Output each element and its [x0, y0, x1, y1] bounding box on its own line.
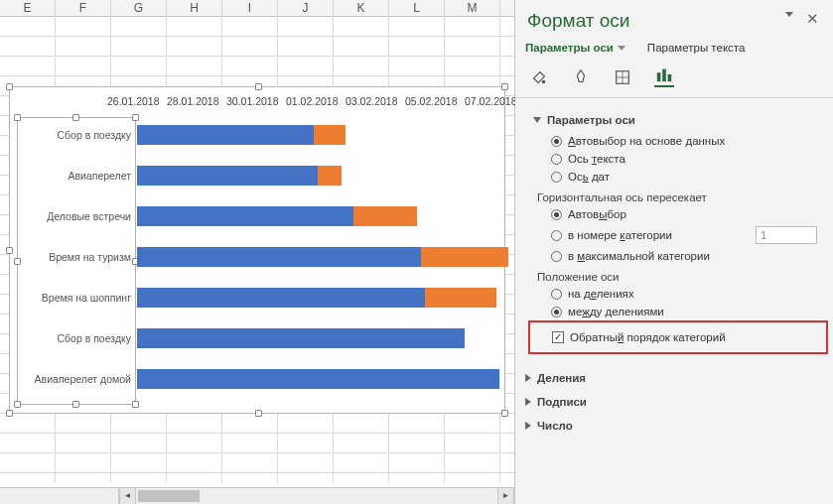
category-label: Авиаперелет домой: [22, 374, 131, 386]
scroll-right-button[interactable]: ►: [497, 488, 514, 504]
section-header-number[interactable]: Число: [525, 414, 823, 438]
bar-segment-orange[interactable]: [318, 166, 342, 186]
radio-crosses-at-category[interactable]: в номере категории: [533, 223, 823, 247]
scroll-left-button[interactable]: ◄: [119, 488, 136, 504]
tab-text-options[interactable]: Параметры текста: [647, 42, 745, 54]
col-header[interactable]: F: [56, 0, 111, 16]
col-header[interactable]: E: [0, 0, 56, 16]
radio-crosses-at-max[interactable]: в максимальной категории: [533, 247, 823, 265]
category-label: Сбор в поездку: [22, 333, 131, 345]
svg-point-0: [542, 80, 546, 84]
bar-segment-blue[interactable]: [137, 247, 421, 267]
col-header[interactable]: I: [222, 0, 278, 16]
axis-tick-label: 05.02.2018: [405, 95, 458, 107]
radio-position-between[interactable]: между делениями: [533, 303, 823, 320]
position-label: Положение оси: [533, 265, 823, 285]
radio-label: на делениях: [568, 288, 634, 300]
bar-row: [137, 288, 496, 308]
bar-segment-orange[interactable]: [425, 288, 496, 308]
chevron-right-icon: [525, 422, 531, 430]
radio-icon: [551, 251, 562, 262]
section-header-ticks[interactable]: Деления: [525, 366, 823, 390]
horizontal-scrollbar[interactable]: ◄ ►: [0, 487, 514, 504]
checkbox-icon: ✓: [552, 331, 564, 343]
chevron-right-icon: [525, 374, 531, 382]
bar-segment-blue[interactable]: [137, 206, 353, 226]
radio-icon: [551, 172, 562, 183]
radio-icon: [551, 136, 562, 147]
fill-icon[interactable]: [529, 67, 549, 87]
axis-options-section: Параметры оси Автовыбор на основе данных…: [525, 106, 823, 366]
scroll-track[interactable]: [136, 488, 497, 504]
resize-handle[interactable]: [501, 83, 508, 90]
radio-icon: [551, 307, 562, 317]
format-axis-pane: ✕ Формат оси Параметры оси Параметры тек…: [515, 0, 833, 504]
radio-position-on-ticks[interactable]: на делениях: [533, 285, 823, 303]
radio-label: Ось текста: [568, 153, 625, 165]
checkbox-reverse-order[interactable]: ✓ Обратный порядок категорий: [552, 328, 804, 346]
svg-rect-4: [662, 69, 666, 82]
bar-segment-orange[interactable]: [314, 125, 346, 145]
category-label: Деловые встречи: [22, 211, 131, 223]
size-icon[interactable]: [613, 67, 632, 87]
checkbox-label: Обратный порядок категорий: [570, 331, 726, 343]
bar-row: [137, 166, 342, 186]
resize-handle[interactable]: [255, 410, 262, 417]
svg-marker-1: [577, 70, 584, 82]
axis-tick-label: 26.01.2018: [107, 95, 160, 107]
bar-segment-orange[interactable]: [421, 247, 508, 267]
category-label: Время на шоппинг: [22, 293, 131, 305]
bar-segment-blue[interactable]: [137, 166, 318, 186]
bar-segment-blue[interactable]: [137, 328, 465, 348]
radio-axis-type-date[interactable]: Ось дат: [533, 168, 823, 186]
radio-icon: [551, 289, 562, 300]
axis-tick-label: 01.02.2018: [286, 95, 339, 107]
column-headers: E F G H I J K L M: [0, 0, 514, 17]
col-header[interactable]: M: [445, 0, 500, 16]
bar-row: [137, 369, 499, 389]
resize-handle[interactable]: [6, 83, 13, 90]
radio-crosses-auto[interactable]: Автовыбор: [533, 205, 823, 223]
resize-handle[interactable]: [14, 401, 21, 408]
scroll-thumb[interactable]: [138, 490, 200, 502]
resize-handle[interactable]: [72, 401, 79, 408]
spreadsheet-pane: E F G H I J K L M 26.01.2018 28.01.2018 …: [0, 0, 515, 504]
section-title: Деления: [537, 372, 586, 384]
section-title: Число: [537, 420, 573, 432]
pane-tabs: Параметры оси Параметры текста: [525, 42, 823, 54]
col-header[interactable]: G: [111, 0, 167, 16]
radio-label: Ось дат: [568, 171, 610, 183]
bar-segment-orange[interactable]: [353, 206, 417, 226]
resize-handle[interactable]: [6, 247, 13, 254]
bar-segment-blue[interactable]: [137, 288, 425, 308]
resize-handle[interactable]: [14, 114, 21, 121]
bar-row: [137, 206, 417, 226]
bar-row: [137, 328, 465, 348]
axis-options-icon[interactable]: [654, 67, 674, 87]
section-header-axis-options[interactable]: Параметры оси: [533, 108, 823, 132]
effects-icon[interactable]: [571, 67, 591, 87]
col-header[interactable]: K: [334, 0, 389, 16]
category-axis[interactable]: Сбор в поездку Авиаперелет Деловые встре…: [17, 117, 136, 405]
resize-handle[interactable]: [255, 83, 262, 90]
col-header[interactable]: H: [167, 0, 222, 16]
tab-axis-options[interactable]: Параметры оси: [525, 42, 625, 54]
category-number-input[interactable]: [756, 226, 817, 244]
resize-handle[interactable]: [6, 410, 13, 417]
close-icon[interactable]: ✕: [806, 10, 819, 28]
bar-segment-blue[interactable]: [137, 125, 314, 145]
resize-handle[interactable]: [72, 114, 79, 121]
cell-grid[interactable]: 26.01.2018 28.01.2018 30.01.2018 01.02.2…: [0, 17, 514, 483]
bar-segment-blue[interactable]: [137, 369, 499, 389]
resize-handle[interactable]: [14, 258, 21, 265]
gantt-chart[interactable]: 26.01.2018 28.01.2018 30.01.2018 01.02.2…: [9, 86, 505, 414]
col-header[interactable]: L: [389, 0, 445, 16]
col-header[interactable]: J: [278, 0, 334, 16]
pane-options-dropdown-icon[interactable]: [785, 12, 793, 17]
radio-axis-type-auto[interactable]: Автовыбор на основе данных: [533, 132, 823, 150]
resize-handle[interactable]: [501, 410, 508, 417]
section-header-labels[interactable]: Подписи: [525, 390, 823, 414]
radio-axis-type-text[interactable]: Ось текста: [533, 150, 823, 168]
chevron-down-icon: [533, 117, 541, 123]
axis-tick-label: 03.02.2018: [346, 95, 398, 107]
